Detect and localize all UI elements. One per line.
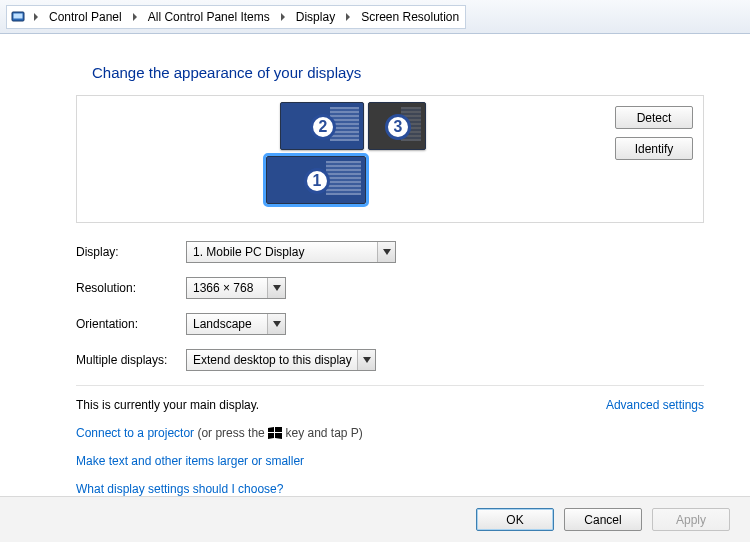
orientation-select[interactable]: Landscape (186, 313, 286, 335)
identify-button[interactable]: Identify (615, 137, 693, 160)
chevron-down-icon (377, 242, 395, 262)
apply-button[interactable]: Apply (652, 508, 730, 531)
resolution-label: Resolution: (76, 281, 186, 295)
detect-button[interactable]: Detect (615, 106, 693, 129)
address-bar: Control Panel All Control Panel Items Di… (0, 0, 750, 34)
multiple-displays-select[interactable]: Extend desktop to this display (186, 349, 376, 371)
display-select-value: 1. Mobile PC Display (193, 245, 304, 259)
display-select[interactable]: 1. Mobile PC Display (186, 241, 396, 263)
breadcrumb-segment[interactable]: All Control Panel Items (142, 6, 276, 28)
chevron-down-icon (357, 350, 375, 370)
svg-rect-1 (14, 13, 23, 18)
orientation-label: Orientation: (76, 317, 186, 331)
projector-hint-2: key and tap P) (285, 426, 362, 440)
dialog-footer: OK Cancel Apply (0, 496, 750, 542)
chevron-right-icon[interactable] (276, 6, 290, 28)
breadcrumb-segment[interactable]: Screen Resolution (355, 6, 465, 28)
control-panel-icon (7, 6, 29, 28)
monitor-stage[interactable]: 231 (280, 96, 500, 222)
monitor-1[interactable]: 1 (266, 156, 366, 204)
resolution-select-value: 1366 × 768 (193, 281, 253, 295)
resolution-select[interactable]: 1366 × 768 (186, 277, 286, 299)
multiple-displays-select-value: Extend desktop to this display (193, 353, 352, 367)
advanced-settings-link[interactable]: Advanced settings (606, 398, 704, 412)
multiple-displays-label: Multiple displays: (76, 353, 186, 367)
connect-projector-link[interactable]: Connect to a projector (76, 426, 194, 440)
ok-button[interactable]: OK (476, 508, 554, 531)
breadcrumb-segment[interactable]: Display (290, 6, 341, 28)
cancel-button[interactable]: Cancel (564, 508, 642, 531)
content-area: Change the appearance of your displays 2… (0, 34, 750, 496)
breadcrumb[interactable]: Control Panel All Control Panel Items Di… (6, 5, 466, 29)
display-arrangement-box[interactable]: 231 Detect Identify (76, 95, 704, 223)
chevron-right-icon[interactable] (341, 6, 355, 28)
page-title: Change the appearance of your displays (92, 64, 704, 81)
help-link[interactable]: What display settings should I choose? (76, 482, 283, 496)
monitor-2[interactable]: 2 (280, 102, 364, 150)
chevron-down-icon (267, 314, 285, 334)
main-display-text: This is currently your main display. (76, 398, 259, 412)
projector-hint-1: (or press the (197, 426, 268, 440)
monitor-3[interactable]: 3 (368, 102, 426, 150)
display-label: Display: (76, 245, 186, 259)
chevron-right-icon[interactable] (29, 6, 43, 28)
chevron-down-icon (267, 278, 285, 298)
arrangement-buttons: Detect Identify (615, 106, 693, 160)
windows-key-icon (268, 427, 282, 439)
chevron-right-icon[interactable] (128, 6, 142, 28)
orientation-select-value: Landscape (193, 317, 252, 331)
breadcrumb-segment[interactable]: Control Panel (43, 6, 128, 28)
text-size-link[interactable]: Make text and other items larger or smal… (76, 454, 304, 468)
